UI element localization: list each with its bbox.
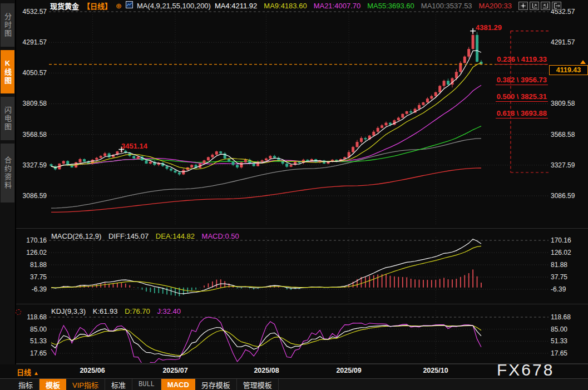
- ma-legend-value: MA200:33: [479, 2, 512, 10]
- fib-level-label: 0.618 \ 3693.88: [496, 109, 548, 119]
- date-label: 2025/06: [74, 367, 111, 374]
- symbol-title: 现货黄金: [50, 1, 79, 11]
- macd-axis-right-tick: 170.16: [551, 236, 571, 244]
- swing-high-label: 3451.14: [121, 142, 147, 150]
- price-axis-left-tick: 3809.58: [0, 100, 47, 107]
- price-axis-left-tick: 4291.57: [0, 38, 47, 46]
- date-label: 2025/10: [417, 367, 454, 374]
- kdj-j-value: J:32.40: [157, 307, 181, 315]
- price-axis-right-tick: 3327.59: [551, 161, 575, 169]
- date-label: 2025/08: [248, 367, 285, 374]
- kdj-axis-right-tick: 85.00: [551, 325, 567, 333]
- kdj-d-value: D:76.70: [125, 307, 150, 315]
- kdj-header: KDJ(9,3,3) K:61.93 D:76.70 J:32.40: [51, 307, 186, 315]
- period-arrow-icon: ▲: [33, 370, 39, 376]
- price-axis-left-tick: 3568.58: [0, 131, 47, 139]
- ma-legend-value: MA4:4211.92: [215, 2, 257, 10]
- macd-axis-left-tick: -6.39: [0, 285, 47, 293]
- price-axis-right-tick: 3568.58: [551, 131, 575, 139]
- macd-axis-left-tick: 170.16: [0, 236, 47, 244]
- macd-axis-right-tick: -6.39: [551, 285, 566, 293]
- date-label: 2025/09: [330, 367, 367, 374]
- price-axis-right-tick: 3809.58: [551, 100, 575, 107]
- macd-header: MACD(26,12,9) DIFF:145.07 DEA:144.82 MAC…: [51, 232, 244, 240]
- kdj-axis-left-tick: 17.65: [0, 349, 47, 357]
- date-label: 2025/07: [157, 367, 194, 374]
- toolbar-item[interactable]: 管理模板: [237, 379, 279, 390]
- macd-axis-right-tick: 81.88: [551, 261, 567, 269]
- price-axis-left-tick: 4050.57: [0, 69, 47, 77]
- current-price-box: 4119.43: [549, 65, 588, 75]
- period-selector[interactable]: 日线▲: [17, 367, 39, 377]
- trading-app-window: 分时图K线图闪电图合约资料 现货黄金 【日线】 ⊕ MA(4,9,21,55,1…: [0, 0, 588, 390]
- ma-legend-value: MA21:4007.70: [314, 2, 361, 10]
- period-tag: 【日线】: [83, 1, 112, 11]
- period-selector-label: 日线: [17, 368, 31, 377]
- ma-legend-value: MA100:3537.53: [421, 2, 472, 10]
- indicator-toolbar: 指标模板VIP指标标准BULLMACD另存模板管理模板: [0, 378, 588, 390]
- macd-value: MACD:0.50: [202, 232, 239, 240]
- macd-axis-left-tick: 37.75: [0, 273, 47, 281]
- toolbar-item[interactable]: MACD: [161, 379, 195, 390]
- kdj-k-value: K:61.93: [93, 307, 118, 315]
- macd-layer: [51, 239, 481, 297]
- kdj-axis-right-tick: 51.33: [551, 337, 567, 345]
- macd-axis-right-tick: 37.75: [551, 273, 567, 281]
- ma-legend: MA4:4211.92MA9:4183.60MA21:4007.70MA55:3…: [215, 2, 512, 10]
- toolbar-item[interactable]: 另存模板: [195, 379, 237, 390]
- ma-legend-value: MA9:4183.60: [264, 2, 307, 10]
- price-arrow-icon: [580, 60, 586, 64]
- toolbar-item[interactable]: 指标: [12, 379, 39, 390]
- price-axis-left-tick: 3327.59: [0, 161, 47, 169]
- kdj-axis-left-tick: 85.00: [0, 325, 47, 333]
- chart-type-sidebar: 分时图K线图闪电图合约资料: [0, 0, 16, 364]
- fib-level-label: 0.382 \ 3956.73: [496, 76, 548, 85]
- chart-tool-icons: [518, 2, 561, 10]
- scale-y-icon[interactable]: [541, 2, 550, 10]
- fib-level-label: 0.236 \ 4119.33: [496, 55, 548, 65]
- macd-axis-left-tick: 81.88: [0, 261, 47, 269]
- macd-dea-value: DEA:144.82: [156, 232, 195, 240]
- watermark: FX678: [497, 361, 554, 379]
- fib-level-label: 0.500 \ 3825.31: [496, 92, 548, 102]
- macd-title: MACD(26,12,9): [51, 232, 101, 240]
- price-axis-right-tick: 3086.59: [551, 192, 575, 200]
- price-axis-right-tick: 4291.57: [551, 38, 575, 46]
- toolbar-item[interactable]: BULL: [132, 379, 161, 390]
- macd-axis-right-tick: 126.02: [551, 249, 571, 256]
- pan-crosshair-icon[interactable]: [518, 2, 528, 10]
- kdj-axis-right-tick: 118.68: [551, 313, 571, 321]
- scale-x-icon[interactable]: [530, 2, 539, 10]
- kdj-title: KDJ(9,3,3): [51, 307, 86, 315]
- kdj-axis-right-tick: 17.65: [551, 349, 567, 357]
- price-axis-left-tick: 4532.57: [0, 8, 47, 16]
- high-price-label: 4381.29: [476, 23, 502, 32]
- macd-axis-left-tick: 126.02: [0, 249, 47, 256]
- kdj-axis-left-tick: 51.33: [0, 337, 47, 345]
- chart-header: 现货黄金 【日线】 ⊕ MA(4,9,21,55,100,200) MA4:42…: [50, 1, 512, 10]
- toolbar-item[interactable]: 模板: [39, 379, 66, 390]
- price-axis-left-tick: 3086.59: [0, 192, 47, 200]
- toolbar-item[interactable]: VIP指标: [66, 379, 105, 390]
- exit-fullscreen-icon[interactable]: [552, 2, 561, 10]
- ma-legend-value: MA55:3693.60: [367, 2, 414, 10]
- add-indicator-icon[interactable]: ⊕: [116, 2, 122, 9]
- toolbar-item[interactable]: 标准: [105, 379, 132, 390]
- ma-settings-label: MA(4,9,21,55,100,200): [137, 2, 211, 10]
- macd-diff-value: DIFF:145.07: [108, 232, 149, 240]
- mini-chart-icon: [126, 1, 133, 10]
- kdj-axis-left-tick: 118.68: [0, 313, 47, 321]
